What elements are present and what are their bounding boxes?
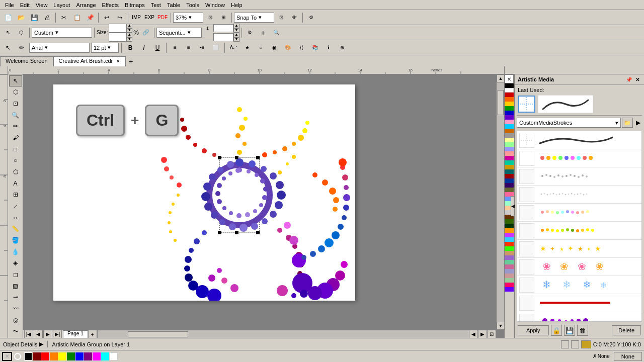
paste-btn[interactable]: 📌 <box>84 12 96 24</box>
setup-btn[interactable]: ⊕ <box>336 42 348 54</box>
page-tab[interactable]: Page 1 <box>63 330 88 338</box>
print-btn[interactable]: 🖨 <box>41 12 53 24</box>
menu-tools[interactable]: Tools <box>183 2 202 9</box>
color-mauve[interactable] <box>505 255 514 260</box>
color-dark-red[interactable] <box>505 174 514 178</box>
sequence-dropdown[interactable]: Sequenti... ▾ <box>156 28 202 38</box>
polygon-tool[interactable]: ⬠ <box>9 166 22 177</box>
color-gray[interactable] <box>505 133 514 138</box>
freehand-tool-btn[interactable]: ✏ <box>16 42 28 54</box>
menu-layout[interactable]: Layout <box>50 2 73 9</box>
cut-btn[interactable]: ✂ <box>58 12 70 24</box>
shape-tool[interactable]: ⬡ <box>9 87 22 98</box>
fill-tool[interactable]: 🪣 <box>9 235 22 246</box>
underline-btn[interactable]: U <box>151 42 164 54</box>
ellipse-tool[interactable]: ○ <box>9 155 22 166</box>
prev-page-btn[interactable]: ◀ <box>34 330 43 338</box>
scroll-left-btn[interactable]: ◀ <box>469 330 478 338</box>
color-sage[interactable] <box>505 278 514 283</box>
first-page-btn[interactable]: |◀ <box>24 330 33 338</box>
menu-edit[interactable]: Edit <box>17 2 33 9</box>
stroke-item-2[interactable] <box>517 149 641 167</box>
italic-btn[interactable]: I <box>138 42 150 54</box>
effects-btn[interactable]: ◉ <box>268 42 280 54</box>
menu-window[interactable]: Window <box>202 2 228 9</box>
color-dark-green[interactable] <box>505 219 514 224</box>
color-light-green[interactable] <box>505 142 514 147</box>
fill-color-box[interactable]: ✕ <box>2 352 12 361</box>
export-btn[interactable]: EXP <box>143 12 155 24</box>
zoom-fit-btn[interactable]: ⊡ <box>204 12 216 24</box>
color-tan[interactable] <box>505 251 514 255</box>
view-btn[interactable]: 👁 <box>288 12 300 24</box>
color-light-red[interactable] <box>505 151 514 156</box>
shape-btn[interactable]: ★ <box>241 42 253 54</box>
artistic-media-tool[interactable]: 🖌 <box>9 132 22 143</box>
color-rose[interactable] <box>505 264 514 269</box>
menu-effects[interactable]: Effects <box>99 2 122 9</box>
none-button[interactable]: None <box>614 352 642 361</box>
circle-btn[interactable]: ○ <box>255 42 267 54</box>
am-expand-btn[interactable]: ▶ <box>634 118 642 128</box>
colors2-btn[interactable]: 🎨 <box>282 42 294 54</box>
color-dark-teal[interactable] <box>505 169 514 174</box>
color-violet[interactable] <box>505 233 514 237</box>
stroke-item-10[interactable] <box>517 294 641 312</box>
swatch-blue[interactable] <box>75 352 84 360</box>
brush-type-dropdown[interactable]: Custom ▾ <box>32 28 92 38</box>
zoom-all-btn[interactable]: ⊞ <box>217 12 229 24</box>
node-tool-tb[interactable]: ⬡ <box>15 27 27 39</box>
bullet-btn[interactable]: •≡ <box>196 42 208 54</box>
stroke-item-4[interactable] <box>517 186 641 204</box>
color-gold[interactable] <box>505 165 514 169</box>
swatch-black[interactable] <box>24 352 32 360</box>
bold-btn[interactable]: B <box>124 42 136 54</box>
scroll-thumb-v[interactable] <box>498 90 504 115</box>
scroll-down-btn[interactable]: ▼ <box>497 322 504 330</box>
blend-tool[interactable]: ⊸ <box>9 292 22 303</box>
swatch-red[interactable] <box>41 352 49 360</box>
val2-input[interactable]: 0.59 <box>213 33 233 41</box>
rectangle-tool[interactable]: □ <box>9 144 22 155</box>
media-add-btn[interactable]: + <box>257 27 269 39</box>
zoom-dropdown[interactable]: 37% ▾ <box>173 13 203 23</box>
snap-btn[interactable]: ⊡ <box>275 12 287 24</box>
color-purple[interactable] <box>505 115 514 120</box>
menu-text[interactable]: Text <box>148 2 164 9</box>
align-center-btn[interactable]: ≡ <box>183 42 195 54</box>
shadow-tool[interactable]: ◻ <box>9 269 22 280</box>
color-teal[interactable] <box>505 160 514 165</box>
lock-button[interactable]: 🔒 <box>551 325 562 336</box>
color-yellow[interactable] <box>505 102 514 106</box>
color-fire-red[interactable] <box>505 242 514 246</box>
align-left-btn[interactable]: ≡ <box>169 42 181 54</box>
snap-to-dropdown[interactable]: Snap To ▾ <box>234 13 274 23</box>
copy-btn[interactable]: 📋 <box>71 12 83 24</box>
size-h-down[interactable]: ▼ <box>126 37 132 42</box>
table-tool[interactable]: ⊞ <box>9 190 22 201</box>
color-dark-purple[interactable] <box>505 183 514 188</box>
menu-table[interactable]: Table <box>164 2 183 9</box>
val1-input[interactable]: 1 <box>213 24 233 32</box>
canvas-area[interactable]: Ctrl + G <box>23 74 504 338</box>
size-w-input[interactable]: 50 <box>109 24 126 33</box>
measure-tool[interactable]: 📏 <box>9 224 22 235</box>
next-page-btn[interactable]: ▶ <box>43 330 52 338</box>
blend-btn[interactable]: ⟩⟨ <box>295 42 307 54</box>
crop-tool[interactable]: ⊡ <box>9 98 22 109</box>
color-slate[interactable] <box>505 269 514 274</box>
color-amber[interactable] <box>505 228 514 233</box>
selection-tool[interactable]: ↖ <box>9 75 22 86</box>
zoom-fit-page-btn[interactable]: ⊡ <box>487 330 496 338</box>
stroke-item-1[interactable] <box>517 131 641 149</box>
scroll-track-v[interactable] <box>497 82 504 322</box>
view-options-btn[interactable]: 🔍 <box>270 27 282 39</box>
undo-btn[interactable]: ↩ <box>101 12 113 24</box>
open-btn[interactable]: 📂 <box>15 12 27 24</box>
color-black[interactable] <box>505 83 514 88</box>
color-pink[interactable] <box>505 120 514 124</box>
media-options-btn[interactable]: ⚙ <box>244 27 256 39</box>
color-forest[interactable] <box>505 224 514 228</box>
info-btn[interactable]: ℹ <box>323 42 335 54</box>
font-dropdown[interactable]: Arial ▾ <box>29 43 90 53</box>
